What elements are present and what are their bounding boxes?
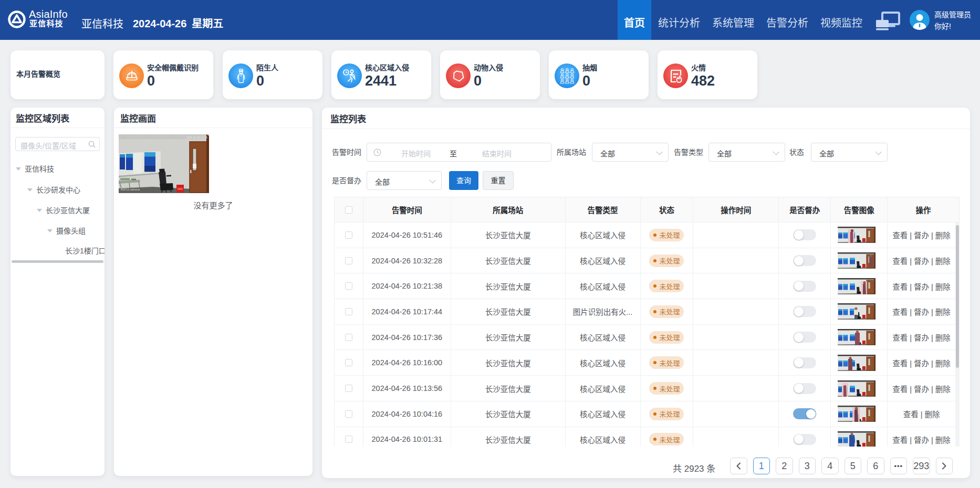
svg-text:2024-04-26 13:28: 2024-04-26 13:28 xyxy=(186,136,207,139)
svg-text:B1F12 camera: B1F12 camera xyxy=(121,188,140,191)
